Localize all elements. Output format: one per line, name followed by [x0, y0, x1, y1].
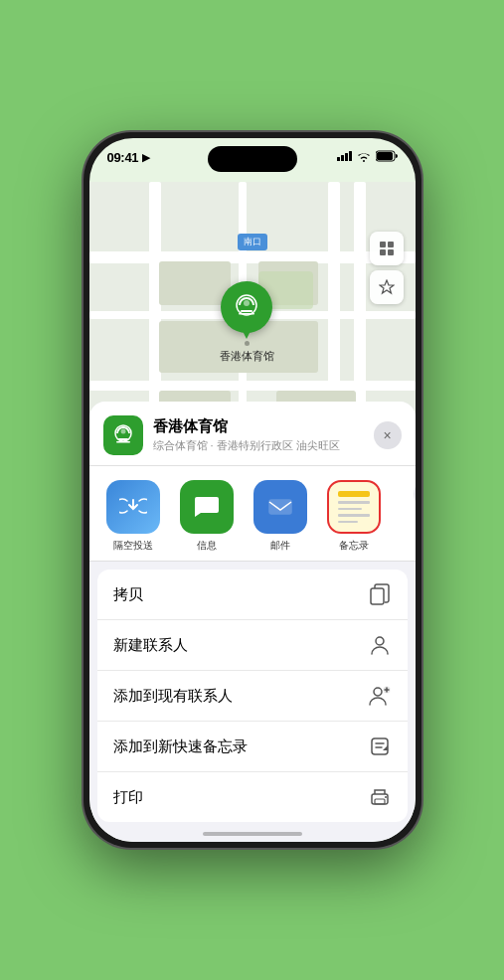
dynamic-island [208, 146, 297, 172]
svg-point-17 [374, 688, 382, 696]
print-icon [368, 785, 392, 809]
copy-icon [368, 582, 392, 606]
location-pin: 香港体育馆 [220, 281, 274, 364]
svg-rect-14 [269, 500, 291, 514]
home-indicator [203, 832, 302, 836]
venue-logo [103, 415, 143, 455]
quick-note-label: 添加到新快速备忘录 [113, 737, 248, 756]
note-icon [368, 735, 392, 758]
venue-name: 香港体育馆 [153, 417, 364, 436]
mail-label: 邮件 [270, 539, 290, 553]
signal-bars-icon [337, 151, 352, 161]
person-add-icon [368, 684, 392, 708]
svg-point-22 [385, 796, 387, 798]
share-item-airdrop[interactable]: 隔空投送 [99, 480, 167, 553]
svg-rect-11 [118, 438, 128, 440]
pin-label: 香港体育馆 [220, 349, 274, 364]
sheet-header: 香港体育馆 综合体育馆 · 香港特别行政区 油尖旺区 × [89, 402, 416, 466]
share-item-more[interactable]: 提 [394, 480, 416, 553]
svg-point-9 [244, 300, 250, 306]
svg-rect-15 [371, 588, 384, 604]
action-add-contact[interactable]: 添加到现有联系人 [97, 671, 408, 722]
copy-label: 拷贝 [113, 585, 143, 604]
phone-screen: 09:41 ▶ [89, 138, 416, 842]
print-label: 打印 [113, 788, 143, 807]
map-label-tag: 南口 [238, 234, 267, 250]
message-label: 信息 [197, 539, 217, 553]
airdrop-label: 隔空投送 [113, 539, 153, 553]
status-time: 09:41 [107, 150, 139, 165]
location-button[interactable] [370, 270, 404, 304]
venue-info: 香港体育馆 综合体育馆 · 香港特别行政区 油尖旺区 [153, 417, 364, 453]
svg-rect-5 [388, 249, 394, 255]
mail-icon [253, 480, 307, 534]
venue-pin-icon [221, 281, 272, 333]
phone-frame: 09:41 ▶ [84, 132, 421, 848]
map-view-button[interactable] [370, 232, 404, 265]
share-item-mail[interactable]: 邮件 [247, 480, 314, 553]
location-arrow-icon: ▶ [142, 151, 150, 164]
svg-rect-2 [380, 242, 386, 247]
add-contact-label: 添加到现有联系人 [113, 687, 233, 706]
bottom-sheet: 香港体育馆 综合体育馆 · 香港特别行政区 油尖旺区 × 隔 [89, 402, 416, 842]
svg-rect-7 [241, 310, 252, 312]
battery-icon [376, 150, 398, 162]
close-button[interactable]: × [374, 421, 402, 449]
svg-rect-19 [372, 738, 388, 754]
new-contact-label: 新建联系人 [113, 636, 188, 655]
more-icon [414, 480, 416, 508]
map-controls [370, 232, 404, 304]
notes-icon [327, 480, 381, 534]
svg-rect-12 [116, 441, 130, 443]
action-list: 拷贝 新建联系人 [97, 570, 408, 822]
action-print[interactable]: 打印 [97, 772, 408, 822]
message-icon [180, 480, 234, 534]
share-row: 隔空投送 信息 [89, 466, 416, 562]
svg-point-13 [120, 429, 125, 434]
action-copy[interactable]: 拷贝 [97, 570, 408, 620]
svg-rect-8 [239, 313, 254, 315]
venue-subtitle: 综合体育馆 · 香港特别行政区 油尖旺区 [153, 438, 364, 453]
svg-point-16 [376, 637, 384, 645]
share-item-message[interactable]: 信息 [173, 480, 241, 553]
svg-rect-1 [377, 152, 393, 160]
action-new-contact[interactable]: 新建联系人 [97, 620, 408, 671]
status-icons [337, 150, 398, 162]
action-quick-note[interactable]: 添加到新快速备忘录 [97, 722, 408, 772]
share-item-notes[interactable]: 备忘录 [320, 480, 388, 553]
notes-label: 备忘录 [339, 539, 369, 553]
airdrop-icon [106, 480, 160, 534]
svg-rect-4 [380, 249, 386, 255]
wifi-icon [357, 151, 371, 162]
person-icon [368, 633, 392, 657]
svg-rect-3 [388, 242, 394, 247]
